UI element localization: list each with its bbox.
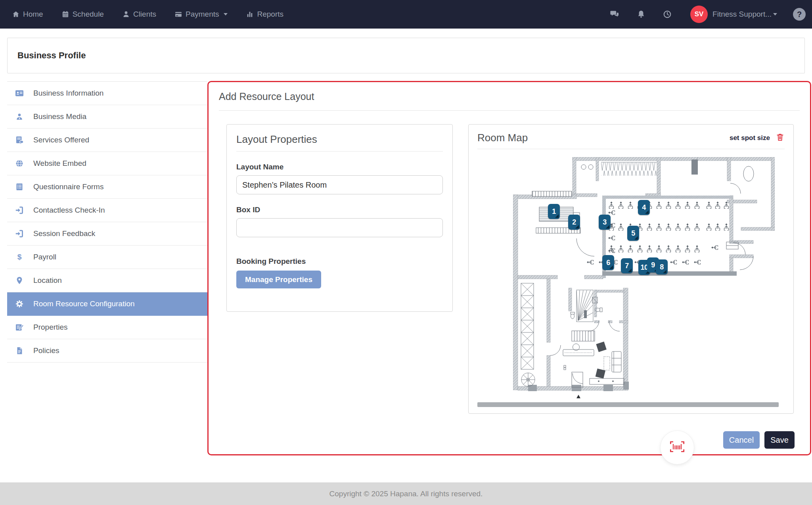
nav-clients-label: Clients xyxy=(133,10,156,19)
layout-properties-title: Layout Properties xyxy=(236,133,443,146)
room-map-tools: set spot size xyxy=(730,132,785,144)
chevron-down-icon xyxy=(773,13,777,15)
sidebar-item-session-feedback[interactable]: Session Feedback xyxy=(7,222,207,246)
sidebar-item-contactless-check-in[interactable]: Contactless Check-In xyxy=(7,199,207,222)
sidebar-item-payroll[interactable]: $ Payroll xyxy=(7,246,207,269)
chevron-down-icon xyxy=(224,13,228,15)
app-screen: Home Schedule Clients Payments Reports xyxy=(0,0,812,505)
map-horizontal-scrollbar[interactable] xyxy=(477,402,779,407)
room-map-canvas: 12345671098 xyxy=(513,157,775,399)
edit-icon xyxy=(14,323,25,332)
sign-in-icon xyxy=(14,229,25,238)
panel-title: Add Resource Layout xyxy=(209,82,810,102)
avatar[interactable]: SV xyxy=(690,6,708,23)
sidebar-item-label: Payroll xyxy=(33,253,56,261)
spot-marker-3[interactable]: 3 xyxy=(599,215,611,230)
nav-payments[interactable]: Payments xyxy=(174,10,228,19)
panel-actions: Cancel Save xyxy=(723,431,795,449)
document-icon xyxy=(14,346,25,355)
main-nav: Home Schedule Clients Payments Reports xyxy=(12,10,283,19)
sidebar-item-location[interactable]: Location xyxy=(7,269,207,292)
nav-clients[interactable]: Clients xyxy=(122,10,156,19)
manage-properties-button[interactable]: Manage Properties xyxy=(236,271,321,288)
gear-icon xyxy=(14,299,25,309)
spot-marker-2[interactable]: 2 xyxy=(568,215,580,230)
copyright-text: Copyright © 2025 Hapana. All rights rese… xyxy=(329,490,483,498)
layout-name-input[interactable] xyxy=(236,175,443,194)
sidebar-item-services-offered[interactable]: Services Offered xyxy=(7,129,207,152)
spot-marker-5[interactable]: 5 xyxy=(627,226,639,241)
booking-properties-label: Booking Properties xyxy=(236,257,443,266)
spot-marker-4[interactable]: 4 xyxy=(638,200,650,215)
sidebar-item-label: Business Media xyxy=(33,112,86,121)
clock-icon[interactable] xyxy=(663,10,672,19)
bar-chart-icon xyxy=(246,10,254,18)
nav-home-label: Home xyxy=(23,10,43,19)
nav-home[interactable]: Home xyxy=(12,10,43,19)
map-pin-icon xyxy=(14,276,25,285)
sidebar-item-label: Location xyxy=(33,276,62,285)
user-menu[interactable]: Fitness Support... xyxy=(712,10,777,19)
dollar-icon: $ xyxy=(14,253,25,261)
room-floor-plan xyxy=(513,157,775,399)
spot-marker-1[interactable]: 1 xyxy=(548,204,560,219)
spot-marker-6[interactable]: 6 xyxy=(602,255,614,270)
nav-reports-label: Reports xyxy=(257,10,283,19)
person-icon xyxy=(122,10,130,18)
credit-card-icon xyxy=(174,10,182,18)
add-resource-layout-panel: Add Resource Layout Layout Properties La… xyxy=(207,81,811,455)
sidebar-item-label: Services Offered xyxy=(33,136,89,144)
nav-payments-label: Payments xyxy=(186,10,219,19)
home-icon xyxy=(12,10,20,18)
barcode-scan-button[interactable] xyxy=(661,431,694,464)
trash-icon[interactable] xyxy=(776,132,785,144)
nav-schedule[interactable]: Schedule xyxy=(61,10,104,19)
sidebar-item-label: Room Resource Configuration xyxy=(33,300,135,308)
footer: Copyright © 2025 Hapana. All rights rese… xyxy=(0,482,812,505)
sidebar-item-business-media[interactable]: Business Media xyxy=(7,105,207,129)
calendar-icon xyxy=(61,10,69,18)
book-speech-icon xyxy=(14,135,25,145)
set-spot-size-button[interactable]: set spot size xyxy=(730,134,770,142)
page-header-card: Business Profile xyxy=(7,38,805,73)
cancel-button[interactable]: Cancel xyxy=(723,431,760,449)
settings-sidebar: Business Information Business Media Serv… xyxy=(7,81,207,363)
sidebar-item-label: Website Embed xyxy=(33,159,86,168)
sidebar-item-business-information[interactable]: Business Information xyxy=(7,82,207,105)
sign-in-icon xyxy=(14,205,25,215)
box-id-label: Box ID xyxy=(236,205,443,214)
sidebar-item-properties[interactable]: Properties xyxy=(7,316,207,339)
save-button[interactable]: Save xyxy=(764,431,795,449)
nav-reports[interactable]: Reports xyxy=(246,10,283,19)
nav-schedule-label: Schedule xyxy=(73,10,104,19)
bell-icon[interactable] xyxy=(636,10,646,19)
sidebar-item-room-resource-configuration[interactable]: Room Resource Configuration xyxy=(7,292,207,316)
sidebar-item-label: Policies xyxy=(33,346,59,355)
navbar-right: SV Fitness Support... ? xyxy=(593,6,806,23)
page-title: Business Profile xyxy=(17,50,86,61)
barcode-icon xyxy=(669,440,685,455)
layout-name-label: Layout Name xyxy=(236,163,443,171)
divider xyxy=(219,110,800,111)
spot-marker-7[interactable]: 7 xyxy=(621,258,633,273)
sidebar-item-policies[interactable]: Policies xyxy=(7,339,207,363)
sidebar-item-website-embed[interactable]: Website Embed xyxy=(7,152,207,175)
form-list-icon xyxy=(14,182,25,191)
chat-icon[interactable] xyxy=(609,10,620,19)
sidebar-item-label: Business Information xyxy=(33,89,103,98)
box-id-input[interactable] xyxy=(236,218,443,237)
sidebar-item-questionnaire-forms[interactable]: Questionnaire Forms xyxy=(7,175,207,199)
help-icon[interactable]: ? xyxy=(793,8,806,21)
sidebar-item-label: Contactless Check-In xyxy=(33,206,105,215)
sidebar-item-label: Properties xyxy=(33,323,68,332)
room-map-header: Room Map set spot size xyxy=(469,125,793,144)
sidebar-item-label: Session Feedback xyxy=(33,229,95,238)
globe-icon xyxy=(14,159,25,168)
room-map-title: Room Map xyxy=(477,132,528,144)
divider xyxy=(477,149,785,149)
user-name: Fitness Support... xyxy=(712,10,772,19)
sidebar-item-label: Questionnaire Forms xyxy=(33,182,103,191)
spot-marker-8[interactable]: 8 xyxy=(656,259,668,275)
room-map-card: Room Map set spot size xyxy=(468,124,794,414)
layout-properties-card: Layout Properties Layout Name Box ID Boo… xyxy=(226,124,453,312)
